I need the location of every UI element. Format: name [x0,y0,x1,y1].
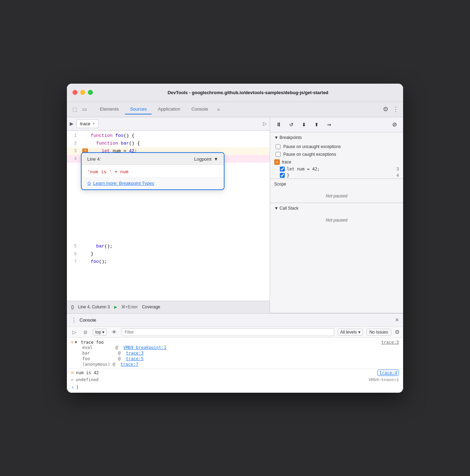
scope-section: Scope Not paused [270,179,403,203]
logpoint-type-dropdown[interactable]: Logpoint ▼ [194,156,218,162]
console-settings-icon[interactable]: ⚙ [395,329,400,335]
console-block-icon[interactable]: ⊘ [82,328,89,336]
more-options-icon[interactable]: ⋮ [393,105,399,113]
debug-toolbar: ⏸ ↺ ⬇ ⬆ ⇒ ⊘ [270,117,403,132]
console-levels-dropdown[interactable]: All levels ▾ [338,329,362,336]
right-panel: ⏸ ↺ ⬇ ⬆ ⇒ ⊘ ▼ Breakpoints Pause on uncau… [270,117,403,313]
console-trace-entry-bar: bar @ trace:3 [71,350,399,356]
console-context-arrow: ▾ [102,330,104,335]
pause-caught-checkbox[interactable] [276,152,281,157]
callstack-not-paused: Not paused [270,214,403,227]
logpoint-expression-input[interactable] [87,169,218,174]
step-over-button[interactable]: ↺ [287,120,296,129]
console-vm69-link[interactable]: VM69 breakpoint:1 [123,345,166,350]
pause-uncaught-checkbox[interactable] [276,144,281,149]
console-output-num: ⊙ num is 42 trace:4 [67,369,403,377]
tab-bar-icons: ⬚ ▭ [71,106,88,113]
console-output-icon: ⊙ [71,370,74,375]
line-content-7: foo(); [89,258,270,266]
console-toolbar: ▷ ⊘ top ▾ 👁 All levels ▾ No Issues ⚙ [67,327,403,338]
bp-item-row-1: let num = 42; 3 [270,166,403,172]
tab-console[interactable]: Console [187,104,213,114]
console-context-selector[interactable]: top ▾ [93,329,107,336]
step-out-button[interactable]: ⬆ [312,120,321,129]
left-panel: ▶ trace × ▷ 1 function foo() { [67,117,270,313]
console-trace-entry-eval: eval @ VM69 breakpoint:1 [71,345,399,350]
code-line-1: 1 function foo() { [67,132,270,140]
callstack-section-header[interactable]: ▼ Call Stack [270,203,403,214]
line-number-7: 7 [67,258,81,266]
bp-file-icon: ⊙ [274,159,280,165]
tab-elements[interactable]: Elements [95,104,124,114]
console-trace-group-header: ⊙ ▼ trace foo trace:3 [71,340,399,345]
pause-caught-row: Pause on caught exceptions [270,150,403,158]
line-number-4: 4 [67,155,81,163]
status-position: Line 4, Column 3 [78,304,110,309]
logpoint-footer: ⊙ Learn more: Breakpoint Types [82,177,224,189]
step-button[interactable]: ⇒ [325,120,334,129]
deactivate-breakpoints-button[interactable]: ⊘ [390,120,399,129]
console-output-trace4-link[interactable]: trace:4 [378,370,399,376]
step-into-button[interactable]: ⬇ [299,120,309,129]
callstack-section: ▼ Call Stack Not paused [270,203,403,313]
bp-item-2-checkbox[interactable] [280,173,285,178]
close-button[interactable] [72,90,77,95]
console-prompt-icon: › [71,384,74,390]
console-drag-icon: ⋮ [71,317,77,323]
console-issues-button[interactable]: No Issues [366,329,391,336]
logpoint-link-icon: ⊙ [87,181,91,186]
console-clear-icon[interactable]: ▷ [70,328,78,336]
console-undefined-line: ← undefined VM59 trace:1 [67,377,403,383]
line-content-6: } [89,250,270,258]
tab-sources[interactable]: Sources [125,104,152,114]
line-number-6: 6 [67,250,81,258]
console-output-text: num is 42 [76,370,376,375]
console-trace-triangle[interactable]: ▼ [75,340,77,344]
breakpoints-section-header[interactable]: ▼ Breakpoints [270,132,403,143]
logpoint-popup: Line 4: Logpoint ▼ ⊙ Learn more: Br [81,152,224,190]
console-trace5-link[interactable]: trace:5 [126,356,144,361]
console-header: ⋮ Console × [67,314,403,327]
bp-file-item: ⊙ trace [270,158,403,166]
console-trace-link[interactable]: trace:3 [381,340,399,345]
title-bar: DevTools - googlechrome.github.io/devtoo… [67,84,403,102]
file-tab-close-icon[interactable]: × [92,121,95,126]
line-number-3: 3 [67,147,81,155]
console-vm59-link[interactable]: VM59 trace:1 [368,377,399,382]
file-tab-trace[interactable]: trace × [76,119,98,128]
logpoint-input-area [82,165,224,177]
logpoint-header: Line 4: Logpoint ▼ [82,153,224,165]
console-eye-icon[interactable]: 👁 [110,328,118,336]
console-trace-entry-foo: foo @ trace:5 [71,356,399,362]
line-content-5: bar(); [89,243,270,250]
console-trace7-link[interactable]: trace:7 [120,362,138,367]
console-output: ⊙ ▼ trace foo trace:3 eval @ VM69 breakp… [67,338,403,393]
console-title: Console [80,317,395,323]
console-trace-arrow-icon: ⊙ [71,340,74,344]
cursor-icon[interactable]: ⬚ [71,106,78,113]
tab-more[interactable]: » [214,107,222,112]
logpoint-learn-more-link[interactable]: ⊙ Learn more: Breakpoint Types [87,181,218,186]
device-icon[interactable]: ▭ [81,106,88,113]
maximize-button[interactable] [88,90,93,95]
console-prompt-line: › | [67,383,403,391]
tab-application[interactable]: Application [153,104,185,114]
console-trace3-link[interactable]: trace:3 [126,351,144,356]
pause-button[interactable]: ⏸ [274,120,283,129]
console-filter-input[interactable] [122,328,334,336]
console-close-button[interactable]: × [395,316,399,324]
status-braces-icon[interactable]: {} [71,304,74,309]
file-format-icon[interactable]: ▷ [263,121,267,126]
line-content-1: function foo() { [89,132,270,140]
line-number-5: 5 [67,243,81,250]
status-coverage: Coverage [142,304,160,309]
line-number-1: 1 [67,132,81,140]
bp-item-1-checkbox[interactable] [280,167,285,172]
scope-section-header[interactable]: Scope [270,179,403,189]
status-run-icon[interactable]: ▶ [114,305,117,309]
line-content-2: function bar() { [89,140,270,147]
console-cursor[interactable]: | [76,385,78,390]
settings-icon[interactable]: ⚙ [383,105,388,113]
minimize-button[interactable] [80,90,85,95]
file-panel-expand-icon[interactable]: ▶ [70,121,74,126]
